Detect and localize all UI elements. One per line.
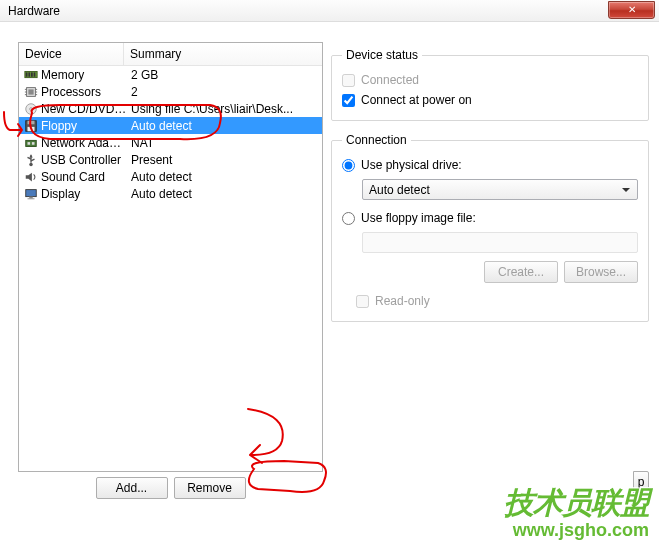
device-row[interactable]: Processors2 <box>19 83 322 100</box>
device-summary: Auto detect <box>127 119 322 133</box>
svg-point-21 <box>29 162 33 166</box>
device-name: Sound Card <box>41 170 127 184</box>
chevron-down-icon <box>619 183 633 197</box>
physical-drive-select[interactable]: Auto detect <box>362 179 638 200</box>
connect-poweron-label: Connect at power on <box>361 93 472 107</box>
use-physical-radio[interactable] <box>342 159 355 172</box>
device-row[interactable]: Sound CardAuto detect <box>19 168 322 185</box>
svg-rect-6 <box>28 89 33 94</box>
window-titlebar: Hardware ✕ <box>0 0 659 22</box>
network-icon <box>23 135 39 151</box>
svg-rect-3 <box>31 72 33 76</box>
column-header-device[interactable]: Device <box>19 43 124 65</box>
watermark: 技术员联盟 www.jsgho.com <box>504 483 649 541</box>
physical-drive-value: Auto detect <box>369 183 430 197</box>
readonly-checkbox-row: Read-only <box>356 291 638 311</box>
svg-rect-17 <box>28 126 35 130</box>
connected-label: Connected <box>361 73 419 87</box>
device-row[interactable]: Network AdapterNAT <box>19 134 322 151</box>
window-title-text: Hardware <box>8 4 60 18</box>
svg-rect-25 <box>26 189 37 196</box>
settings-panel: Device status Connected Connect at power… <box>331 42 649 532</box>
svg-rect-26 <box>29 196 33 198</box>
use-image-radio[interactable] <box>342 212 355 225</box>
connect-poweron-checkbox-row[interactable]: Connect at power on <box>342 90 638 110</box>
sound-icon <box>23 169 39 185</box>
device-status-legend: Device status <box>342 48 422 62</box>
device-status-group: Device status Connected Connect at power… <box>331 48 649 121</box>
svg-rect-2 <box>28 72 30 76</box>
svg-point-14 <box>30 107 33 110</box>
readonly-label: Read-only <box>375 294 430 308</box>
watermark-line2: www.jsgho.com <box>504 520 649 541</box>
browse-button: Browse... <box>564 261 638 283</box>
device-row[interactable]: DisplayAuto detect <box>19 185 322 202</box>
usb-icon <box>23 152 39 168</box>
device-name: Network Adapter <box>41 136 127 150</box>
svg-rect-18 <box>26 140 37 146</box>
connection-legend: Connection <box>342 133 411 147</box>
add-button[interactable]: Add... <box>96 477 168 499</box>
device-summary: Auto detect <box>127 170 322 184</box>
display-icon <box>23 186 39 202</box>
svg-rect-27 <box>28 198 35 199</box>
svg-rect-19 <box>28 142 31 145</box>
svg-rect-16 <box>28 120 35 124</box>
column-header-summary[interactable]: Summary <box>124 43 322 66</box>
device-name: New CD/DVD (... <box>41 102 127 116</box>
device-row[interactable]: Memory2 GB <box>19 66 322 83</box>
connection-group: Connection Use physical drive: Auto dete… <box>331 133 649 322</box>
use-image-radio-row[interactable]: Use floppy image file: <box>342 208 638 228</box>
device-list[interactable]: Memory2 GBProcessors2New CD/DVD (...Usin… <box>19 66 322 471</box>
close-button[interactable]: ✕ <box>608 1 655 19</box>
svg-rect-4 <box>34 72 36 76</box>
connected-checkbox <box>342 74 355 87</box>
cpu-icon <box>23 84 39 100</box>
use-physical-label: Use physical drive: <box>361 158 462 172</box>
memory-icon <box>23 67 39 83</box>
floppy-icon <box>23 118 39 134</box>
disc-icon <box>23 101 39 117</box>
watermark-line1: 技术员联盟 <box>504 483 649 524</box>
device-summary: NAT <box>127 136 322 150</box>
connect-poweron-checkbox[interactable] <box>342 94 355 107</box>
device-summary: 2 <box>127 85 322 99</box>
device-name: Memory <box>41 68 127 82</box>
svg-rect-20 <box>32 142 35 145</box>
image-path-input <box>362 232 638 253</box>
use-physical-radio-row[interactable]: Use physical drive: <box>342 155 638 175</box>
use-image-label: Use floppy image file: <box>361 211 476 225</box>
device-list-panel: Device Summary Memory2 GBProcessors2New … <box>18 42 323 472</box>
device-summary: 2 GB <box>127 68 322 82</box>
remove-button[interactable]: Remove <box>174 477 246 499</box>
device-name: USB Controller <box>41 153 127 167</box>
device-row[interactable]: USB ControllerPresent <box>19 151 322 168</box>
device-row[interactable]: FloppyAuto detect <box>19 117 322 134</box>
connected-checkbox-row: Connected <box>342 70 638 90</box>
svg-rect-1 <box>26 72 28 76</box>
readonly-checkbox <box>356 295 369 308</box>
create-button: Create... <box>484 261 558 283</box>
device-name: Floppy <box>41 119 127 133</box>
device-summary: Present <box>127 153 322 167</box>
device-summary: Using file C:\Users\liair\Desk... <box>127 102 322 116</box>
device-name: Processors <box>41 85 127 99</box>
list-header: Device Summary <box>19 43 322 66</box>
device-summary: Auto detect <box>127 187 322 201</box>
device-row[interactable]: New CD/DVD (...Using file C:\Users\liair… <box>19 100 322 117</box>
device-name: Display <box>41 187 127 201</box>
